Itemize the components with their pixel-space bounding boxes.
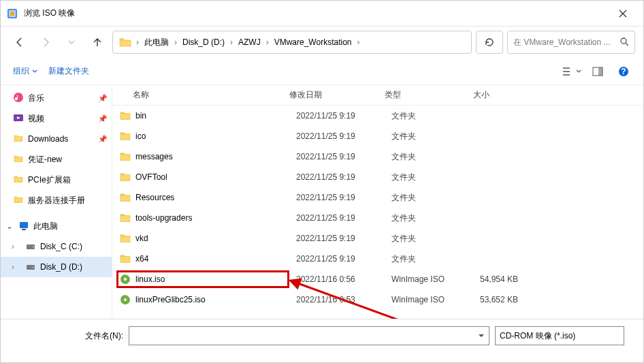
up-button[interactable] bbox=[86, 31, 108, 53]
refresh-button[interactable] bbox=[476, 31, 503, 54]
app-icon bbox=[6, 7, 18, 20]
search-input[interactable]: 在 VMware_Workstation ... bbox=[507, 31, 635, 54]
folder-icon bbox=[119, 212, 131, 224]
file-type: 文件夹 bbox=[391, 110, 480, 122]
file-type: 文件夹 bbox=[391, 212, 480, 224]
file-rows: bin 2022/11/25 9:19 文件夹 ico 2022/11/25 9… bbox=[112, 106, 643, 319]
file-name: linux.iso bbox=[135, 274, 296, 284]
pin-icon: 📌 bbox=[98, 94, 108, 103]
navigation-bar: › 此电脑›Disk_D (D:)›AZWJ›VMware_Workstatio… bbox=[1, 27, 643, 58]
file-name: tools-upgraders bbox=[135, 213, 296, 223]
chevron-down-icon: ⌄ bbox=[6, 221, 14, 231]
sidebar-item-label: 服务器连接手册 bbox=[28, 195, 85, 206]
view-list-button[interactable] bbox=[560, 62, 583, 81]
file-type: 文件夹 bbox=[391, 131, 480, 142]
file-type: 文件夹 bbox=[391, 233, 480, 244]
file-name: messages bbox=[135, 152, 296, 161]
sidebar-item[interactable]: 视频📌 bbox=[1, 108, 112, 129]
window-title: 浏览 ISO 映像 bbox=[24, 7, 608, 19]
sidebar-item[interactable]: 服务器连接手册 bbox=[1, 190, 112, 210]
sidebar-item[interactable]: 音乐📌 bbox=[1, 88, 112, 108]
sidebar-this-pc[interactable]: ⌄ 此电脑 bbox=[1, 216, 112, 236]
file-row[interactable]: messages 2022/11/25 9:19 文件夹 bbox=[112, 146, 643, 167]
sidebar-drive[interactable]: ›Disk_D (D:) bbox=[1, 257, 112, 277]
file-name: ico bbox=[135, 131, 296, 141]
back-button[interactable] bbox=[9, 31, 31, 53]
column-size[interactable]: 大小 bbox=[473, 89, 541, 101]
svg-point-19 bbox=[124, 298, 127, 301]
file-date: 2022/11/25 9:19 bbox=[296, 131, 391, 141]
organize-menu[interactable]: 组织 bbox=[9, 63, 42, 80]
chevron-down-icon bbox=[32, 69, 37, 74]
file-date: 2022/11/25 9:19 bbox=[296, 172, 391, 182]
breadcrumb[interactable]: › 此电脑›Disk_D (D:)›AZWJ›VMware_Workstatio… bbox=[112, 31, 472, 54]
monitor-icon bbox=[18, 221, 29, 232]
new-folder-button[interactable]: 新建文件夹 bbox=[44, 63, 93, 80]
file-type: 文件夹 bbox=[391, 172, 480, 183]
filename-input[interactable] bbox=[129, 326, 489, 345]
file-row[interactable]: tools-upgraders 2022/11/25 9:19 文件夹 bbox=[112, 208, 643, 228]
sidebar-item[interactable]: 凭证-new bbox=[1, 149, 112, 170]
recent-dropdown[interactable] bbox=[61, 31, 82, 53]
chevron-right-icon: › bbox=[229, 37, 234, 47]
chevron-right-icon: › bbox=[12, 262, 21, 272]
file-row[interactable]: x64 2022/11/25 9:19 文件夹 bbox=[112, 249, 643, 269]
help-button[interactable]: ? bbox=[612, 62, 635, 81]
folder-icon bbox=[119, 253, 131, 265]
column-type[interactable]: 类型 bbox=[385, 89, 473, 101]
file-row[interactable]: Resources 2022/11/25 9:19 文件夹 bbox=[112, 187, 643, 208]
toolbar: 组织 新建文件夹 ? bbox=[1, 58, 643, 85]
breadcrumb-container: 此电脑›Disk_D (D:)›AZWJ›VMware_Workstation› bbox=[140, 37, 361, 48]
sidebar-item[interactable]: PCIe扩展箱 bbox=[1, 170, 112, 190]
file-name: bin bbox=[135, 111, 296, 121]
iso-icon bbox=[119, 294, 131, 306]
title-bar: 浏览 ISO 映像 bbox=[1, 1, 643, 27]
svg-point-13 bbox=[33, 247, 34, 248]
file-row[interactable]: linuxPreGlibc25.iso 2022/11/16 0:53 WinI… bbox=[112, 289, 643, 310]
pin-icon: 📌 bbox=[98, 135, 108, 144]
file-row[interactable]: vkd 2022/11/25 9:19 文件夹 bbox=[112, 228, 643, 249]
chevron-right-icon: › bbox=[356, 37, 361, 47]
chevron-right-icon: › bbox=[12, 242, 21, 251]
column-name[interactable]: 名称 bbox=[112, 89, 289, 101]
filename-label: 文件名(N): bbox=[85, 326, 123, 342]
sidebar-item[interactable]: Downloads📌 bbox=[1, 129, 112, 149]
file-type: 文件夹 bbox=[391, 192, 480, 204]
sidebar-item-label: 视频 bbox=[28, 113, 44, 125]
file-row[interactable]: bin 2022/11/25 9:19 文件夹 bbox=[112, 106, 643, 126]
sidebar-item-icon bbox=[13, 133, 24, 146]
file-name: OVFTool bbox=[135, 172, 296, 182]
sidebar-item-label: 音乐 bbox=[28, 93, 44, 104]
folder-icon bbox=[119, 191, 131, 204]
sidebar: 音乐📌视频📌Downloads📌凭证-newPCIe扩展箱服务器连接手册 ⌄ 此… bbox=[1, 85, 112, 319]
sidebar-item-icon bbox=[13, 174, 24, 187]
file-name: vkd bbox=[135, 234, 296, 243]
column-date[interactable]: 修改日期 bbox=[289, 89, 385, 101]
file-date: 2022/11/25 9:19 bbox=[296, 193, 391, 202]
sidebar-item-label: PCIe扩展箱 bbox=[28, 174, 71, 186]
folder-icon bbox=[119, 130, 131, 142]
folder-icon bbox=[119, 151, 131, 163]
column-headers: 名称 修改日期 类型 大小 bbox=[112, 85, 643, 106]
breadcrumb-part[interactable]: VMware_Workstation bbox=[270, 35, 356, 50]
sidebar-item-label: Disk_D (D:) bbox=[40, 262, 82, 272]
sidebar-drive[interactable]: ›Disk_C (C:) bbox=[1, 236, 112, 257]
file-row[interactable]: linux.iso 2022/11/16 0:56 WinImage ISO 5… bbox=[112, 269, 643, 289]
file-size: 53,652 KB bbox=[480, 295, 548, 304]
preview-pane-button[interactable] bbox=[586, 62, 609, 81]
file-type-filter[interactable] bbox=[495, 326, 624, 345]
breadcrumb-part[interactable]: Disk_D (D:) bbox=[178, 35, 229, 50]
breadcrumb-part[interactable]: AZWJ bbox=[234, 35, 265, 50]
svg-rect-5 bbox=[598, 67, 602, 76]
folder-icon bbox=[119, 171, 131, 183]
folder-icon bbox=[119, 232, 131, 244]
folder-icon bbox=[118, 35, 132, 49]
file-date: 2022/11/16 0:56 bbox=[296, 274, 391, 284]
file-name: Resources bbox=[135, 193, 296, 202]
file-row[interactable]: OVFTool 2022/11/25 9:19 文件夹 bbox=[112, 167, 643, 187]
breadcrumb-part[interactable]: 此电脑 bbox=[140, 35, 173, 50]
file-row[interactable]: ico 2022/11/25 9:19 文件夹 bbox=[112, 126, 643, 146]
close-button[interactable] bbox=[608, 3, 638, 24]
search-placeholder: 在 VMware_Workstation ... bbox=[513, 37, 611, 48]
forward-button[interactable] bbox=[35, 31, 57, 53]
